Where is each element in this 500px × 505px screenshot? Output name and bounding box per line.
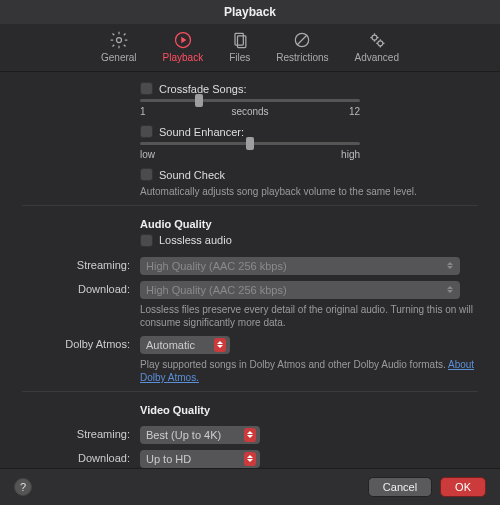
chevron-updown-icon	[444, 283, 456, 297]
tab-restrictions[interactable]: Restrictions	[276, 30, 328, 63]
aq-streaming-value: High Quality (AAC 256 kbps)	[146, 260, 287, 272]
dolby-value: Automatic	[146, 339, 195, 351]
vq-download-select[interactable]: Up to HD	[140, 450, 260, 468]
tab-playback[interactable]: Playback	[163, 30, 204, 63]
crossfade-min: 1	[140, 106, 146, 117]
prefs-toolbar: General Playback Files Restrictions Adva…	[0, 24, 500, 72]
restrictions-icon	[292, 30, 312, 50]
tab-advanced-label: Advanced	[355, 52, 399, 63]
footer: ? Cancel OK	[0, 468, 500, 505]
audio-quality-heading: Audio Quality	[140, 218, 478, 230]
tab-files[interactable]: Files	[229, 30, 250, 63]
svg-line-5	[297, 35, 307, 45]
enhancer-low: low	[140, 149, 155, 160]
ok-button[interactable]: OK	[440, 477, 486, 497]
divider	[22, 205, 478, 206]
aq-download-select[interactable]: High Quality (AAC 256 kbps)	[140, 281, 460, 299]
gear-icon	[109, 30, 129, 50]
lossless-checkbox[interactable]	[140, 234, 153, 247]
play-icon	[173, 30, 193, 50]
aq-download-label: Download:	[22, 281, 140, 295]
files-icon	[230, 30, 250, 50]
lossless-label: Lossless audio	[159, 234, 232, 246]
aq-download-value: High Quality (AAC 256 kbps)	[146, 284, 287, 296]
tab-general[interactable]: General	[101, 30, 137, 63]
soundcheck-label: Sound Check	[159, 169, 225, 181]
svg-point-0	[116, 38, 121, 43]
gears-icon	[367, 30, 387, 50]
tab-advanced[interactable]: Advanced	[355, 30, 399, 63]
dolby-select[interactable]: Automatic	[140, 336, 230, 354]
crossfade-max: 12	[349, 106, 360, 117]
crossfade-checkbox[interactable]	[140, 82, 153, 95]
svg-point-6	[372, 35, 377, 40]
svg-rect-2	[235, 33, 243, 45]
enhancer-high: high	[341, 149, 360, 160]
chevron-updown-icon	[444, 259, 456, 273]
enhancer-slider-knob[interactable]	[246, 137, 254, 150]
enhancer-checkbox[interactable]	[140, 125, 153, 138]
soundcheck-help: Automatically adjusts song playback volu…	[140, 185, 478, 199]
dolby-help: Play supported songs in Dolby Atmos and …	[140, 358, 478, 385]
aq-help: Lossless files preserve every detail of …	[140, 303, 478, 330]
help-button[interactable]: ?	[14, 478, 32, 496]
chevron-updown-icon	[244, 452, 256, 466]
soundcheck-checkbox[interactable]	[140, 168, 153, 181]
chevron-updown-icon	[244, 428, 256, 442]
vq-streaming-value: Best (Up to 4K)	[146, 429, 221, 441]
chevron-updown-icon	[214, 338, 226, 352]
aq-streaming-label: Streaming:	[22, 257, 140, 271]
divider	[22, 391, 478, 392]
video-quality-heading: Video Quality	[140, 404, 478, 416]
playback-panel: Crossfade Songs: 1 seconds 12 Sound Enha…	[0, 72, 500, 468]
vq-download-label: Download:	[22, 450, 140, 464]
tab-playback-label: Playback	[163, 52, 204, 63]
cancel-button[interactable]: Cancel	[368, 477, 432, 497]
crossfade-label: Crossfade Songs:	[159, 83, 246, 95]
vq-download-value: Up to HD	[146, 453, 191, 465]
enhancer-label: Sound Enhancer:	[159, 126, 244, 138]
svg-rect-3	[237, 36, 245, 48]
tab-restrictions-label: Restrictions	[276, 52, 328, 63]
window-title: Playback	[0, 0, 500, 24]
tab-general-label: General	[101, 52, 137, 63]
crossfade-slider[interactable]	[140, 99, 360, 102]
vq-streaming-select[interactable]: Best (Up to 4K)	[140, 426, 260, 444]
vq-streaming-label: Streaming:	[22, 426, 140, 440]
tab-files-label: Files	[229, 52, 250, 63]
aq-streaming-select[interactable]: High Quality (AAC 256 kbps)	[140, 257, 460, 275]
svg-point-7	[378, 41, 383, 46]
crossfade-mid: seconds	[231, 106, 268, 117]
dolby-label: Dolby Atmos:	[22, 336, 140, 350]
enhancer-slider[interactable]	[140, 142, 360, 145]
